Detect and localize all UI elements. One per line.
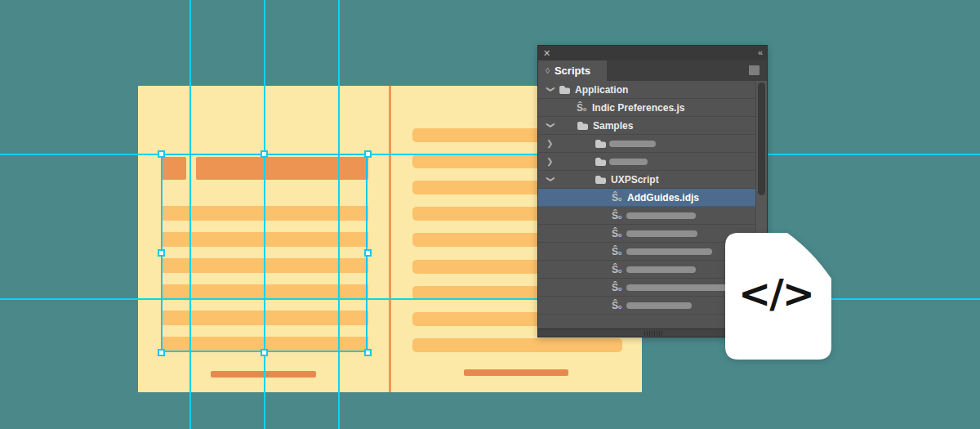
redacted-name-bar bbox=[626, 284, 728, 291]
tree-folder-uxpscript[interactable]: ❯UXPScript bbox=[538, 171, 759, 189]
redacted-name-bar bbox=[626, 266, 696, 273]
script-placeholder[interactable]: Ŝo bbox=[538, 207, 759, 225]
chevron-down-icon[interactable]: ❯ bbox=[545, 86, 556, 94]
selection-handle[interactable] bbox=[158, 349, 165, 356]
folder-icon bbox=[559, 85, 570, 94]
tab-scripts[interactable]: ◊ Scripts bbox=[538, 60, 607, 81]
panel-menu-icon[interactable] bbox=[749, 65, 760, 75]
script-file-icon: Ŝo bbox=[612, 263, 621, 278]
code-glyph: </> bbox=[725, 270, 826, 316]
tree-row-label: Samples bbox=[593, 120, 633, 132]
selection-handle[interactable] bbox=[261, 349, 268, 356]
selection-handle[interactable] bbox=[261, 150, 268, 158]
folder-icon bbox=[595, 139, 606, 148]
folder-icon bbox=[595, 175, 606, 184]
page-footer-line bbox=[464, 369, 568, 376]
selection-handle[interactable] bbox=[364, 249, 372, 257]
tree-folder-application[interactable]: ❯Application bbox=[538, 81, 759, 99]
folder-placeholder[interactable]: ❯ bbox=[538, 153, 759, 171]
redacted-name-bar bbox=[626, 302, 692, 309]
redacted-name-bar bbox=[626, 212, 696, 219]
folder-icon bbox=[595, 157, 606, 166]
folder-placeholder[interactable]: ❯ bbox=[538, 135, 759, 153]
redacted-name-bar bbox=[609, 159, 648, 165]
panel-tab-label: Scripts bbox=[555, 65, 590, 77]
redacted-name-bar bbox=[609, 141, 656, 147]
tree-row-label: Indic Preferences.js bbox=[592, 102, 684, 114]
redacted-name-bar bbox=[626, 248, 712, 255]
script-file-icon: Ŝo bbox=[612, 299, 621, 314]
script-file-icon: Ŝo bbox=[612, 191, 621, 206]
selected-text-frame[interactable] bbox=[161, 154, 368, 352]
tree-row-label: Application bbox=[575, 84, 628, 96]
page-fold-line bbox=[389, 86, 391, 392]
chevron-down-icon[interactable]: ❯ bbox=[545, 176, 556, 184]
script-file-icon: Ŝo bbox=[612, 245, 621, 260]
code-file-icon: </> bbox=[725, 233, 831, 360]
panel-tabbar: ◊ Scripts bbox=[538, 60, 767, 81]
collapse-panel-icon[interactable]: « bbox=[758, 46, 762, 59]
scrollbar-thumb[interactable] bbox=[758, 83, 765, 195]
chevron-right-icon[interactable]: ❯ bbox=[546, 138, 555, 150]
pasteboard-canvas: ✕ « ◊ Scripts ❯ApplicationŜoIndic Prefer… bbox=[0, 0, 980, 429]
tree-script-addguides-idjs[interactable]: ŜoAddGuides.idjs bbox=[538, 189, 759, 207]
folder-icon bbox=[577, 121, 588, 130]
redacted-name-bar bbox=[626, 230, 697, 237]
panel-resize-grip[interactable] bbox=[644, 331, 664, 336]
body-text-line bbox=[412, 338, 622, 352]
selection-handle[interactable] bbox=[364, 349, 372, 356]
panel-titlebar: ✕ « bbox=[538, 46, 767, 60]
selection-handle[interactable] bbox=[158, 150, 165, 158]
script-file-icon: Ŝo bbox=[612, 281, 621, 296]
tree-row-label: AddGuides.idjs bbox=[627, 192, 699, 203]
tree-folder-samples[interactable]: ❯Samples bbox=[538, 117, 759, 135]
ruler-guide-horizontal[interactable] bbox=[0, 154, 980, 155]
tree-script-indic-preferences-js[interactable]: ŜoIndic Preferences.js bbox=[538, 99, 759, 117]
panel-state-icon: ◊ bbox=[546, 67, 550, 75]
selection-handle[interactable] bbox=[364, 150, 372, 158]
selection-handle[interactable] bbox=[158, 249, 165, 257]
chevron-down-icon[interactable]: ❯ bbox=[545, 122, 556, 130]
close-icon[interactable]: ✕ bbox=[543, 47, 550, 60]
script-file-icon: Ŝo bbox=[577, 101, 586, 116]
script-file-icon: Ŝo bbox=[612, 227, 621, 242]
ruler-guide-horizontal[interactable] bbox=[0, 298, 980, 300]
script-file-icon: Ŝo bbox=[612, 209, 621, 224]
tree-row-label: UXPScript bbox=[611, 174, 659, 185]
chevron-right-icon[interactable]: ❯ bbox=[546, 156, 555, 168]
